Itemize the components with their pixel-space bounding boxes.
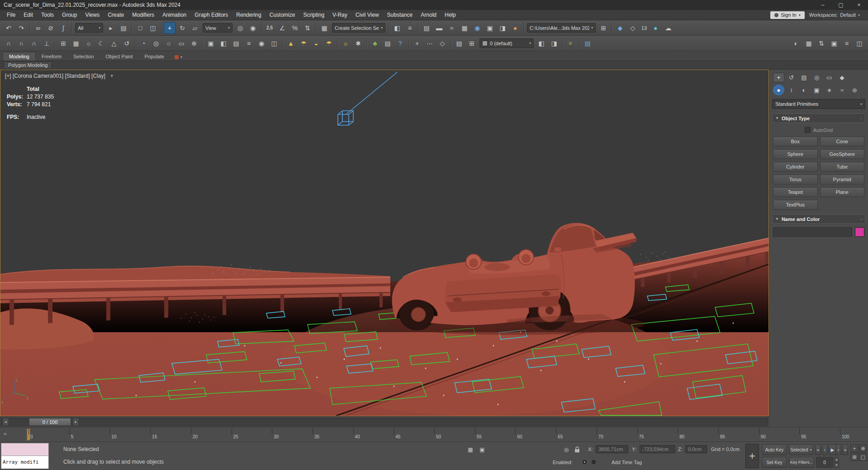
render-gpu-icon[interactable]: ◆ [614,22,626,34]
spacing-tool-icon[interactable]: ⇅ [816,38,827,49]
space-warps-category[interactable]: ≈ [836,85,848,95]
snapshot-icon[interactable]: ▣ [828,38,840,49]
primitive-button-cone[interactable]: Cone [820,136,865,146]
frame-spinner-down-icon[interactable]: ▼ [834,463,839,468]
primitive-button-plane[interactable]: Plane [820,187,865,197]
menu-help[interactable]: Help [441,10,460,20]
mini-curve-editor-icon[interactable]: ≈ [4,431,7,437]
select-and-move-icon[interactable]: + [164,22,175,34]
video-camera-icon[interactable]: ◉ [256,38,267,49]
auto-key-button[interactable]: Auto Key [762,444,787,455]
geometry-category[interactable]: ● [773,85,784,95]
frame-spinner-up-icon[interactable]: ▲ [834,457,839,462]
menu-substance[interactable]: Substance [383,10,417,20]
time-slider-handle[interactable]: 0 / 100 [29,418,71,426]
moon-icon[interactable]: ☾ [95,38,107,49]
rendered-frame-window-icon[interactable]: ◨ [497,22,508,34]
ribbon-tab-selection[interactable]: Selection [67,52,100,61]
reference-coordinate-dropdown[interactable]: View▾ [203,23,232,33]
menu-civil-view[interactable]: Civil View [351,10,383,20]
lights-category[interactable]: ◐ [798,85,810,95]
toggle-ribbon-icon[interactable]: ▬ [433,22,445,34]
menu-v-ray[interactable]: V-Ray [328,10,351,20]
time-slider-track[interactable] [1,418,768,426]
bolt-icon[interactable]: △ [108,38,120,49]
mirror-icon[interactable]: ◧ [391,22,403,34]
modifier-stack-icon[interactable]: ▤ [582,38,593,49]
y-coordinate-field[interactable]: -723,594cm [640,445,675,453]
render-iterative-icon[interactable]: ◇ [627,22,639,34]
ribbon-tab-object-paint[interactable]: Object Paint [100,52,139,61]
primitive-button-pyramid[interactable]: Pyramid [820,174,865,184]
pan-view-icon[interactable]: + [850,444,859,452]
named-selection-sets-dropdown[interactable]: Create Selection Se▾ [332,23,385,33]
viewport-label[interactable]: [+] [Corona Camera001] [Standard] [Clay] [5,73,105,79]
mirror-tools-icon[interactable]: ◐ [790,38,802,49]
material-editor-icon[interactable]: ◉ [471,22,483,34]
primitive-button-sphere[interactable]: Sphere [773,149,818,159]
snap-25d-icon[interactable]: ∩ [15,38,27,49]
monitor-icon[interactable]: ▣ [205,38,217,49]
tab-polygon-modeling[interactable]: Polygon Modeling [4,61,52,69]
window-crossing-icon[interactable]: ◫ [147,22,159,34]
next-frame-icon[interactable]: › [835,444,841,455]
percent-snap-icon[interactable]: % [289,22,301,34]
primitive-button-geosphere[interactable]: GeoSphere [820,149,865,159]
viewport-layout-icon[interactable]: ⊞ [57,38,69,49]
menu-create[interactable]: Create [104,10,128,20]
workspaces-dropdown[interactable]: Default [840,12,856,18]
capsule-icon[interactable]: ▭ [175,38,187,49]
current-frame-field[interactable]: 0 [816,457,833,468]
render-production-icon[interactable]: ● [509,22,521,34]
restore-button[interactable]: ▢ [832,0,850,10]
menu-tools[interactable]: Tools [37,10,58,20]
redo-icon[interactable]: ↷ [15,22,27,34]
select-object-icon[interactable]: ▸ [105,22,117,34]
curve-editor-icon[interactable]: ≈ [446,22,458,34]
track-bar[interactable]: ≈ 05101520253035404550556065707580859095… [0,427,868,442]
select-link-icon[interactable]: ∞ [32,22,44,34]
undo-icon[interactable]: ↶ [3,22,14,34]
zoom-extents-all-icon[interactable]: ⊞ [850,453,859,461]
go-to-end-icon[interactable]: » [842,444,848,455]
angle-snap-icon[interactable]: ∠ [276,22,288,34]
render-teapot-icon[interactable]: ● [650,22,661,34]
menu-edit[interactable]: Edit [19,10,37,20]
primitive-button-cylinder[interactable]: Cylinder [773,162,818,172]
select-and-rotate-icon[interactable]: ↻ [176,22,188,34]
name-and-color-rollout[interactable]: ▼ Name and Color ▫ [772,214,865,224]
color-clipboard-icon[interactable]: ◫ [854,38,865,49]
select-by-name-icon[interactable]: ▤ [118,22,129,34]
systems-category[interactable]: ⊚ [849,85,860,95]
ribbon-tab-populate[interactable]: Populate [138,52,170,61]
target-icon[interactable]: ⊕ [188,38,200,49]
stereo-camera-icon[interactable]: ◫ [268,38,280,49]
cone-light-icon[interactable]: ▲ [285,38,297,49]
add-time-tag[interactable]: Add Time Tag [612,460,642,465]
helpers-category[interactable]: ∗ [824,85,835,95]
bind-to-space-warp-icon[interactable]: ∫ [57,22,69,34]
viewport-canvas[interactable]: x y z [0,70,768,416]
select-and-scale-icon[interactable]: ▱ [189,22,201,34]
autogrid-checkbox[interactable] [805,127,811,133]
snap-3d-icon[interactable]: ∩ [28,38,40,49]
orbit-tool-icon[interactable]: ↺ [121,38,133,49]
selection-lock-icon[interactable] [573,445,582,454]
notes-list-icon[interactable]: ▤ [382,38,394,49]
axis-constraint-icon[interactable]: ⊥ [41,38,52,49]
z-coordinate-field[interactable]: 0,0cm [685,445,707,453]
menu-graph-editors[interactable]: Graph Editors [190,10,232,20]
object-color-swatch[interactable] [855,227,864,237]
unlink-selection-icon[interactable]: ⊘ [45,22,57,34]
edit-named-selections-icon[interactable]: ▦ [318,22,330,34]
sign-in-button[interactable]: Sign In ▾ [770,11,804,19]
render-setup-icon[interactable]: ▣ [484,22,496,34]
open-in-explorer-icon[interactable]: ⊞ [598,22,609,34]
progressive-display-icon[interactable]: ▣ [478,445,487,454]
object-name-input[interactable] [773,227,852,237]
primitive-button-textplus[interactable]: TextPlus [773,200,818,210]
viewport[interactable]: x y z [+] [Corona Camera001] [Standard] … [0,70,769,416]
cloud-render-icon[interactable]: ☁ [662,22,674,34]
pin-layer-icon[interactable]: ◧ [536,38,547,49]
sphere-quarter-icon[interactable]: ◔ [138,38,149,49]
